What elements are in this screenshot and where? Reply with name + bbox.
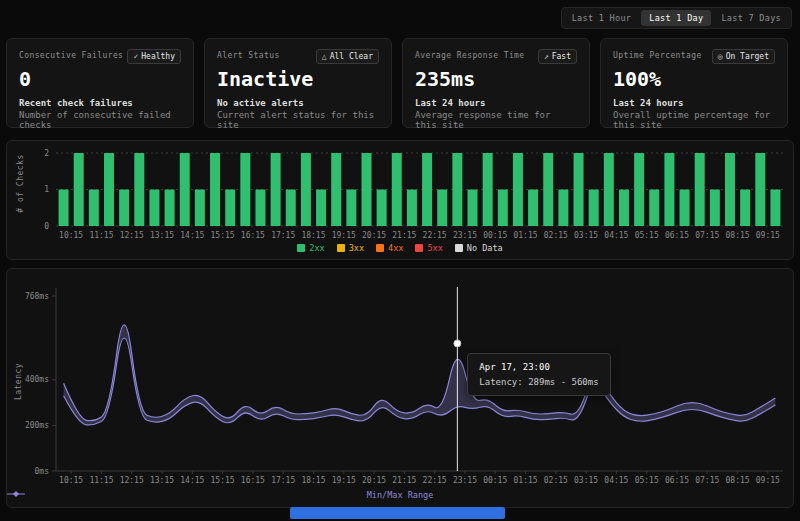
- check-bar[interactable]: [589, 190, 599, 227]
- check-bar[interactable]: [180, 153, 190, 226]
- check-bar[interactable]: [165, 190, 175, 227]
- y-tick-label: 0: [44, 222, 49, 231]
- x-tick-label: 00:15: [483, 231, 507, 240]
- check-bar[interactable]: [104, 153, 114, 226]
- x-tick-label: 12:15: [120, 231, 144, 240]
- check-bar[interactable]: [649, 190, 659, 227]
- check-bar[interactable]: [134, 153, 144, 226]
- x-tick-label: 00:15: [483, 476, 507, 485]
- check-bar[interactable]: [558, 190, 568, 227]
- check-bar[interactable]: [680, 190, 690, 227]
- check-bar[interactable]: [119, 190, 129, 227]
- check-bar[interactable]: [619, 190, 629, 227]
- check-bar[interactable]: [543, 153, 553, 226]
- legend-item-no-data[interactable]: No Data: [455, 243, 503, 253]
- legend-item-5xx[interactable]: 5xx: [415, 243, 442, 253]
- check-bar[interactable]: [255, 190, 265, 227]
- legend-swatch-icon: [376, 244, 384, 252]
- check-bar[interactable]: [770, 190, 780, 227]
- x-tick-label: 16:15: [241, 476, 265, 485]
- latency-area-chart[interactable]: 0ms200ms400ms768ms10:1511:1512:1513:1514…: [7, 269, 793, 487]
- check-bar[interactable]: [513, 153, 523, 226]
- check-bar[interactable]: [59, 190, 69, 227]
- bottom-indicator-bar: [290, 507, 505, 519]
- checks-bar-chart[interactable]: 01210:1511:1512:1513:1514:1515:1516:1517…: [7, 141, 793, 241]
- check-bar[interactable]: [225, 190, 235, 227]
- check-bar[interactable]: [210, 153, 220, 226]
- x-tick-label: 11:15: [89, 231, 113, 240]
- check-bar[interactable]: [149, 190, 159, 227]
- x-tick-label: 20:15: [362, 231, 386, 240]
- legend-item-4xx[interactable]: 4xx: [376, 243, 403, 253]
- check-bar[interactable]: [301, 153, 311, 226]
- check-bar[interactable]: [498, 190, 508, 227]
- check-bar[interactable]: [604, 153, 614, 226]
- legend-swatch-icon: [297, 244, 305, 252]
- x-tick-label: 19:15: [332, 476, 356, 485]
- check-bar[interactable]: [452, 153, 462, 226]
- check-bar[interactable]: [377, 190, 387, 227]
- card-title: Average Response Time: [415, 49, 525, 60]
- card-consecutive-failures: Consecutive Failures ✓Healthy 0 Recent c…: [6, 38, 194, 128]
- check-bar[interactable]: [695, 153, 705, 226]
- check-bar[interactable]: [740, 190, 750, 227]
- x-tick-label: 01:15: [513, 476, 537, 485]
- check-bar[interactable]: [483, 153, 493, 226]
- check-bar[interactable]: [74, 153, 84, 226]
- legend-label: 4xx: [388, 243, 403, 253]
- check-bar[interactable]: [574, 153, 584, 226]
- time-range-last-1-day[interactable]: Last 1 Day: [641, 10, 711, 26]
- check-bar[interactable]: [528, 190, 538, 227]
- check-bar[interactable]: [634, 153, 644, 226]
- x-tick-label: 21:15: [392, 476, 416, 485]
- legend-item-min-max-range[interactable]: Min/Max Range: [367, 490, 434, 500]
- card-subtitle: Recent check failures: [19, 98, 181, 108]
- time-range-selector: Last 1 Hour Last 1 Day Last 7 Days: [561, 7, 792, 29]
- check-bar[interactable]: [346, 190, 356, 227]
- x-tick-label: 02:15: [544, 231, 568, 240]
- checks-legend: 2xx3xx4xx5xxNo Data: [7, 243, 793, 253]
- x-tick-label: 01:15: [513, 231, 537, 240]
- card-value: Inactive: [217, 67, 379, 91]
- check-bar[interactable]: [437, 190, 447, 227]
- x-tick-label: 06:15: [665, 476, 689, 485]
- check-bar[interactable]: [392, 153, 402, 226]
- legend-item-3xx[interactable]: 3xx: [337, 243, 364, 253]
- check-bar[interactable]: [755, 153, 765, 226]
- time-range-last-1-hour[interactable]: Last 1 Hour: [564, 10, 640, 26]
- tooltip-title: Apr 17, 23:00: [479, 362, 598, 372]
- x-tick-label: 02:15: [544, 476, 568, 485]
- check-bar[interactable]: [664, 153, 674, 226]
- status-badge: ↗Fast: [538, 49, 577, 64]
- check-bar[interactable]: [710, 190, 720, 227]
- check-bar[interactable]: [195, 190, 205, 227]
- card-value: 235ms: [415, 67, 577, 91]
- check-bar[interactable]: [240, 153, 250, 226]
- check-bar[interactable]: [422, 153, 432, 226]
- check-bar[interactable]: [89, 190, 99, 227]
- hover-point[interactable]: [454, 340, 461, 347]
- card-subtitle: Last 24 hours: [415, 98, 577, 108]
- check-bar[interactable]: [407, 190, 417, 227]
- check-bar[interactable]: [725, 153, 735, 226]
- x-tick-label: 16:15: [241, 231, 265, 240]
- card-description: Current alert status for this site: [217, 110, 379, 130]
- check-bar[interactable]: [271, 153, 281, 226]
- check-bar[interactable]: [468, 190, 478, 227]
- x-tick-label: 23:15: [453, 231, 477, 240]
- x-tick-label: 23:15: [453, 476, 477, 485]
- check-bar[interactable]: [331, 153, 341, 226]
- x-tick-label: 18:15: [301, 231, 325, 240]
- legend-item-2xx[interactable]: 2xx: [297, 243, 324, 253]
- x-tick-label: 22:15: [423, 231, 447, 240]
- check-bar[interactable]: [316, 190, 326, 227]
- x-tick-label: 15:15: [211, 231, 235, 240]
- legend-label: No Data: [467, 243, 503, 253]
- status-badge: ✓Healthy: [127, 49, 181, 64]
- legend-label: Min/Max Range: [367, 490, 434, 500]
- check-bar[interactable]: [286, 190, 296, 227]
- check-bar[interactable]: [361, 153, 371, 226]
- legend-label: 5xx: [427, 243, 442, 253]
- x-tick-label: 13:15: [150, 476, 174, 485]
- time-range-last-7-days[interactable]: Last 7 Days: [713, 10, 789, 26]
